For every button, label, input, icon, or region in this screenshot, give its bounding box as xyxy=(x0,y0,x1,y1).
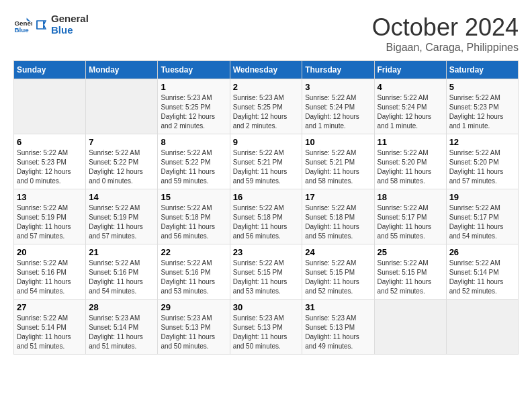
calendar-cell xyxy=(86,79,158,134)
calendar-cell: 31Sunrise: 5:23 AM Sunset: 5:13 PM Dayli… xyxy=(302,300,374,355)
calendar-cell: 29Sunrise: 5:23 AM Sunset: 5:13 PM Dayli… xyxy=(158,300,230,355)
calendar-cell: 20Sunrise: 5:22 AM Sunset: 5:16 PM Dayli… xyxy=(14,244,86,300)
calendar-cell: 9Sunrise: 5:22 AM Sunset: 5:21 PM Daylig… xyxy=(230,134,302,189)
calendar-cell: 24Sunrise: 5:22 AM Sunset: 5:15 PM Dayli… xyxy=(302,244,374,300)
calendar-cell: 18Sunrise: 5:22 AM Sunset: 5:17 PM Dayli… xyxy=(374,189,446,244)
calendar-cell: 21Sunrise: 5:22 AM Sunset: 5:16 PM Dayli… xyxy=(86,244,158,300)
day-number: 12 xyxy=(449,137,515,147)
day-number: 9 xyxy=(233,137,300,147)
day-info: Sunrise: 5:22 AM Sunset: 5:16 PM Dayligh… xyxy=(89,259,154,296)
header-sunday: Sunday xyxy=(14,61,86,79)
day-number: 30 xyxy=(233,302,300,312)
day-info: Sunrise: 5:22 AM Sunset: 5:21 PM Dayligh… xyxy=(233,148,300,186)
day-info: Sunrise: 5:22 AM Sunset: 5:24 PM Dayligh… xyxy=(378,93,443,131)
calendar-cell xyxy=(446,300,518,355)
day-info: Sunrise: 5:22 AM Sunset: 5:16 PM Dayligh… xyxy=(17,259,83,296)
calendar-cell: 12Sunrise: 5:22 AM Sunset: 5:20 PM Dayli… xyxy=(446,134,518,189)
day-number: 11 xyxy=(378,137,443,147)
title-block: October 2024 Bigaan, Caraga, Philippines xyxy=(372,13,519,54)
week-row-1: 1Sunrise: 5:23 AM Sunset: 5:25 PM Daylig… xyxy=(14,79,519,134)
header-saturday: Saturday xyxy=(446,61,518,79)
day-number: 2 xyxy=(233,82,300,92)
header-wednesday: Wednesday xyxy=(230,61,302,79)
header-thursday: Thursday xyxy=(302,61,374,79)
calendar-cell: 8Sunrise: 5:22 AM Sunset: 5:22 PM Daylig… xyxy=(158,134,230,189)
calendar-cell: 22Sunrise: 5:22 AM Sunset: 5:16 PM Dayli… xyxy=(158,244,230,300)
day-info: Sunrise: 5:23 AM Sunset: 5:25 PM Dayligh… xyxy=(233,93,300,131)
day-number: 19 xyxy=(449,192,515,202)
calendar-cell: 13Sunrise: 5:22 AM Sunset: 5:19 PM Dayli… xyxy=(14,189,86,244)
calendar-cell: 16Sunrise: 5:22 AM Sunset: 5:18 PM Dayli… xyxy=(230,189,302,244)
day-number: 20 xyxy=(17,247,83,257)
week-row-4: 20Sunrise: 5:22 AM Sunset: 5:16 PM Dayli… xyxy=(14,244,519,300)
day-info: Sunrise: 5:22 AM Sunset: 5:24 PM Dayligh… xyxy=(305,93,371,131)
day-info: Sunrise: 5:22 AM Sunset: 5:15 PM Dayligh… xyxy=(305,259,371,296)
day-info: Sunrise: 5:22 AM Sunset: 5:20 PM Dayligh… xyxy=(449,148,515,186)
day-number: 6 xyxy=(17,137,83,147)
calendar-header-row: SundayMondayTuesdayWednesdayThursdayFrid… xyxy=(14,61,519,79)
day-info: Sunrise: 5:22 AM Sunset: 5:14 PM Dayligh… xyxy=(449,259,515,296)
day-info: Sunrise: 5:22 AM Sunset: 5:19 PM Dayligh… xyxy=(17,203,83,241)
day-info: Sunrise: 5:22 AM Sunset: 5:23 PM Dayligh… xyxy=(17,148,83,186)
day-info: Sunrise: 5:22 AM Sunset: 5:22 PM Dayligh… xyxy=(161,148,226,186)
calendar-cell: 7Sunrise: 5:22 AM Sunset: 5:22 PM Daylig… xyxy=(86,134,158,189)
day-number: 13 xyxy=(17,192,83,202)
calendar-cell: 17Sunrise: 5:22 AM Sunset: 5:18 PM Dayli… xyxy=(302,189,374,244)
calendar-cell xyxy=(14,79,86,134)
calendar-cell: 6Sunrise: 5:22 AM Sunset: 5:23 PM Daylig… xyxy=(14,134,86,189)
day-number: 23 xyxy=(233,247,300,257)
day-number: 8 xyxy=(161,137,226,147)
day-info: Sunrise: 5:22 AM Sunset: 5:23 PM Dayligh… xyxy=(449,93,515,131)
day-number: 18 xyxy=(378,192,443,202)
day-number: 4 xyxy=(378,82,443,92)
day-number: 31 xyxy=(305,302,371,312)
header-monday: Monday xyxy=(86,61,158,79)
day-number: 17 xyxy=(305,192,371,202)
day-info: Sunrise: 5:22 AM Sunset: 5:18 PM Dayligh… xyxy=(161,203,226,241)
header-friday: Friday xyxy=(374,61,446,79)
day-info: Sunrise: 5:22 AM Sunset: 5:21 PM Dayligh… xyxy=(305,148,371,186)
calendar-table: SundayMondayTuesdayWednesdayThursdayFrid… xyxy=(13,60,519,355)
calendar-cell: 11Sunrise: 5:22 AM Sunset: 5:20 PM Dayli… xyxy=(374,134,446,189)
day-info: Sunrise: 5:22 AM Sunset: 5:19 PM Dayligh… xyxy=(89,203,154,241)
day-number: 15 xyxy=(161,192,226,202)
day-number: 7 xyxy=(89,137,154,147)
calendar-cell: 15Sunrise: 5:22 AM Sunset: 5:18 PM Dayli… xyxy=(158,189,230,244)
day-info: Sunrise: 5:23 AM Sunset: 5:13 PM Dayligh… xyxy=(233,314,300,351)
calendar-cell: 19Sunrise: 5:22 AM Sunset: 5:17 PM Dayli… xyxy=(446,189,518,244)
day-info: Sunrise: 5:23 AM Sunset: 5:13 PM Dayligh… xyxy=(161,314,226,351)
day-info: Sunrise: 5:22 AM Sunset: 5:17 PM Dayligh… xyxy=(378,203,443,241)
day-info: Sunrise: 5:22 AM Sunset: 5:18 PM Dayligh… xyxy=(305,203,371,241)
day-info: Sunrise: 5:22 AM Sunset: 5:15 PM Dayligh… xyxy=(378,259,443,296)
calendar-cell: 14Sunrise: 5:22 AM Sunset: 5:19 PM Dayli… xyxy=(86,189,158,244)
day-number: 29 xyxy=(161,302,226,312)
day-number: 14 xyxy=(89,192,154,202)
calendar-cell: 30Sunrise: 5:23 AM Sunset: 5:13 PM Dayli… xyxy=(230,300,302,355)
day-info: Sunrise: 5:22 AM Sunset: 5:14 PM Dayligh… xyxy=(17,314,83,351)
day-number: 16 xyxy=(233,192,300,202)
week-row-2: 6Sunrise: 5:22 AM Sunset: 5:23 PM Daylig… xyxy=(14,134,519,189)
calendar-cell: 1Sunrise: 5:23 AM Sunset: 5:25 PM Daylig… xyxy=(158,79,230,134)
calendar-cell: 27Sunrise: 5:22 AM Sunset: 5:14 PM Dayli… xyxy=(14,300,86,355)
calendar-cell: 26Sunrise: 5:22 AM Sunset: 5:14 PM Dayli… xyxy=(446,244,518,300)
day-info: Sunrise: 5:22 AM Sunset: 5:15 PM Dayligh… xyxy=(233,259,300,296)
page-header: General Blue General Blue October 2024 B… xyxy=(13,13,519,54)
week-row-3: 13Sunrise: 5:22 AM Sunset: 5:19 PM Dayli… xyxy=(14,189,519,244)
day-number: 27 xyxy=(17,302,83,312)
day-info: Sunrise: 5:22 AM Sunset: 5:20 PM Dayligh… xyxy=(378,148,443,186)
day-info: Sunrise: 5:23 AM Sunset: 5:14 PM Dayligh… xyxy=(89,314,154,351)
calendar-cell xyxy=(374,300,446,355)
day-info: Sunrise: 5:23 AM Sunset: 5:13 PM Dayligh… xyxy=(305,314,371,351)
calendar-cell: 2Sunrise: 5:23 AM Sunset: 5:25 PM Daylig… xyxy=(230,79,302,134)
day-info: Sunrise: 5:22 AM Sunset: 5:22 PM Dayligh… xyxy=(89,148,154,186)
calendar-cell: 5Sunrise: 5:22 AM Sunset: 5:23 PM Daylig… xyxy=(446,79,518,134)
week-row-5: 27Sunrise: 5:22 AM Sunset: 5:14 PM Dayli… xyxy=(14,300,519,355)
day-number: 24 xyxy=(305,247,371,257)
day-number: 10 xyxy=(305,137,371,147)
logo-flag-icon xyxy=(35,17,50,32)
day-number: 1 xyxy=(161,82,226,92)
header-tuesday: Tuesday xyxy=(158,61,230,79)
calendar-body: 1Sunrise: 5:23 AM Sunset: 5:25 PM Daylig… xyxy=(14,79,519,355)
calendar-cell: 28Sunrise: 5:23 AM Sunset: 5:14 PM Dayli… xyxy=(86,300,158,355)
month-title: October 2024 xyxy=(372,13,519,42)
